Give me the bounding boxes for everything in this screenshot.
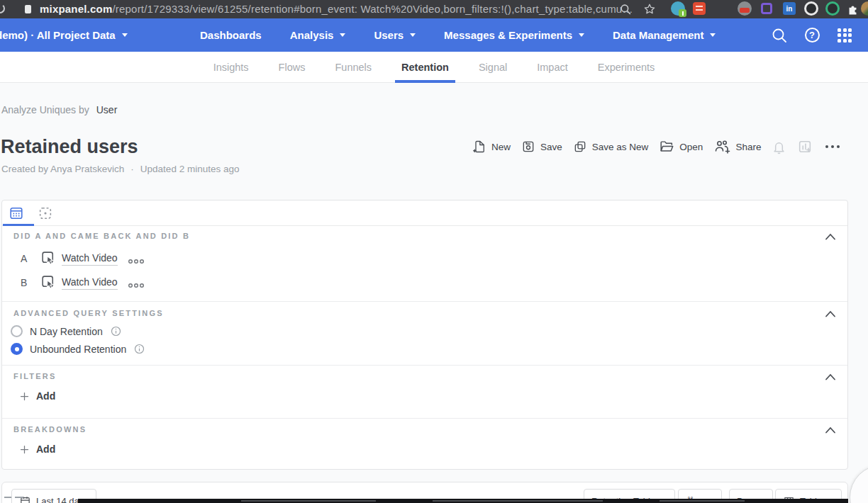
nav-item-data-management[interactable]: Data Management [613, 29, 716, 41]
query-builder-panel: DID A AND CAME BACK AND DID B A Watch Vi… [1, 200, 848, 470]
nav-item-users[interactable]: Users [374, 29, 416, 41]
window-edge-artifact [15, 497, 23, 498]
born-section-title: DID A AND CAME BACK AND DID B [13, 232, 190, 240]
site-info-icon[interactable] [25, 5, 31, 13]
radio-unselected-icon[interactable] [11, 325, 23, 337]
help-icon[interactable]: ? [803, 26, 821, 45]
tab-flows[interactable]: Flows [272, 52, 312, 83]
browser-toolbar: mixpanel.com/report/1729333/view/61255/r… [0, 0, 868, 18]
nav-item-label: Dashboards [200, 29, 262, 41]
collapse-filters-section-icon[interactable] [823, 371, 838, 383]
project-label: demo) · All Project Data [0, 29, 116, 41]
analyze-uniques-row: Analyze Uniques by User [1, 104, 117, 115]
section-divider [2, 365, 847, 366]
collapse-advanced-section-icon[interactable] [823, 308, 838, 320]
app-navbar: demo) · All Project Data Dashboards Anal… [0, 18, 868, 52]
nav-item-analysis[interactable]: Analysis [290, 29, 346, 41]
report-meta: Created by Anya Pratskevich · Updated 2 … [1, 164, 239, 174]
extension-red-icon[interactable] [693, 2, 706, 15]
new-report-icon [472, 140, 486, 154]
event-icon [40, 250, 57, 269]
add-filter-button[interactable]: Add [19, 390, 55, 402]
address-bar[interactable]: mixpanel.com/report/1729333/view/61255/r… [40, 3, 633, 15]
bookmark-star-icon[interactable] [642, 2, 657, 16]
event-selector[interactable]: Watch Video [62, 276, 118, 290]
info-icon[interactable] [133, 343, 145, 355]
tab-impact[interactable]: Impact [530, 52, 574, 83]
nav-item-label: Analysis [290, 29, 334, 41]
extension-green-icon[interactable] [825, 1, 840, 16]
event-row-a: A Watch Video [2, 249, 847, 268]
copy-icon [573, 140, 587, 154]
alerts-bell-icon[interactable] [772, 140, 786, 154]
save-label: Save [540, 142, 562, 152]
radio-label: N Day Retention [30, 326, 103, 337]
nav-item-messages-experiments[interactable]: Messages & Experiments [444, 29, 584, 41]
collapse-breakdowns-section-icon[interactable] [823, 424, 838, 436]
event-selector[interactable]: Watch Video [62, 252, 118, 266]
extension-blocker-icon[interactable] [738, 1, 752, 16]
add-to-board-icon[interactable] [797, 139, 813, 154]
browser-profile-avatar[interactable] [861, 1, 868, 16]
nav-menu: Dashboards Analysis Users Messages & Exp… [200, 18, 716, 52]
n-day-retention-option[interactable]: N Day Retention [11, 325, 122, 337]
builder-tab-cohort-icon[interactable] [37, 205, 54, 222]
window-edge-artifact [4, 497, 11, 498]
reload-icon[interactable] [0, 4, 5, 13]
chevron-down-icon [710, 33, 716, 37]
unbounded-retention-option[interactable]: Unbounded Retention [11, 343, 145, 355]
extensions-puzzle-icon[interactable] [845, 2, 859, 16]
share-label: Share [735, 142, 761, 152]
nav-item-label: Data Management [613, 29, 703, 41]
advanced-section-title: ADVANCED QUERY SETTINGS [13, 309, 164, 317]
extension-purple-icon[interactable] [761, 3, 772, 14]
plus-icon [19, 391, 30, 402]
share-button[interactable]: Share [713, 138, 761, 155]
save-icon [521, 140, 535, 154]
tab-experiments[interactable]: Experiments [591, 52, 662, 83]
save-as-new-button[interactable]: Save as New [573, 140, 649, 154]
chevron-down-icon [579, 33, 584, 37]
extension-linkedin-icon[interactable]: in [783, 2, 796, 15]
event-icon [40, 274, 57, 293]
extension-teal-icon[interactable] [671, 1, 685, 16]
builder-tabbar [2, 200, 847, 226]
analyze-label: Analyze Uniques by [1, 104, 89, 115]
tab-signal[interactable]: Signal [472, 52, 513, 83]
analyze-entity-selector[interactable]: User [96, 104, 118, 115]
background-window-strip [78, 499, 848, 503]
nav-item-label: Messages & Experiments [444, 29, 572, 41]
project-selector[interactable]: demo) · All Project Data [0, 18, 128, 52]
search-icon[interactable] [618, 2, 633, 16]
apps-grid-icon[interactable] [835, 26, 854, 45]
tab-retention[interactable]: Retention [395, 52, 455, 83]
tab-funnels[interactable]: Funnels [328, 52, 378, 83]
search-icon[interactable] [770, 26, 789, 45]
nav-item-dashboards[interactable]: Dashboards [200, 29, 262, 41]
add-breakdown-button[interactable]: Add [19, 443, 55, 455]
chat-help-bubble[interactable] [850, 465, 868, 503]
collapse-born-section-icon[interactable] [823, 231, 838, 242]
event-row-b: B Watch Video [2, 273, 847, 292]
event-more-menu-icon[interactable] [127, 255, 145, 268]
info-icon[interactable] [110, 325, 122, 337]
nav-icon-group: ? [770, 18, 854, 52]
event-more-menu-icon[interactable] [127, 279, 145, 292]
new-label: New [491, 142, 511, 152]
open-label: Open [679, 142, 703, 152]
report-actions: New Save Save as New Open Share [472, 137, 842, 157]
save-button[interactable]: Save [521, 140, 562, 154]
add-filter-label: Add [36, 390, 55, 402]
builder-tab-events-icon[interactable] [8, 205, 25, 222]
open-button[interactable]: Open [659, 139, 703, 154]
new-button[interactable]: New [472, 140, 511, 154]
chevron-down-icon [122, 33, 128, 37]
event-row-key: B [21, 277, 27, 288]
updated-text: Updated 2 minutes ago [140, 164, 240, 174]
tab-insights[interactable]: Insights [207, 52, 255, 83]
radio-selected-icon[interactable] [11, 343, 23, 355]
more-options-icon[interactable] [823, 143, 842, 150]
chevron-down-icon [340, 33, 345, 37]
extension-record-icon[interactable] [804, 1, 818, 16]
folder-open-icon [659, 139, 674, 154]
